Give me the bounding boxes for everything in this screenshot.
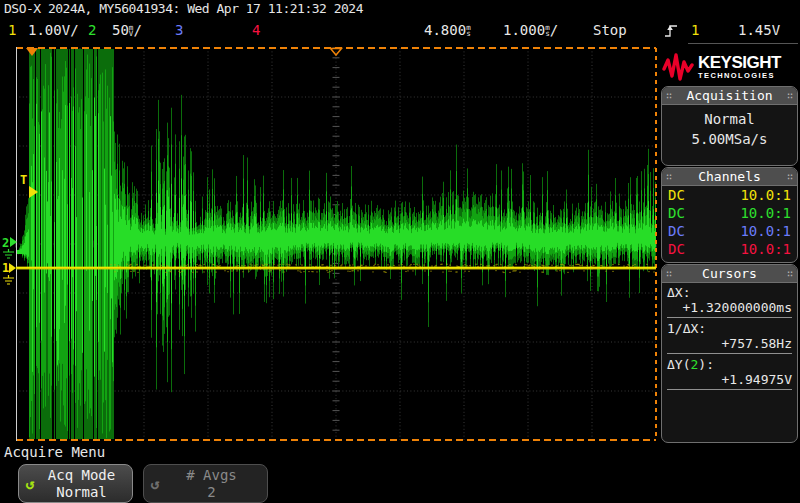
instrument-id-line: DSO-X 2024A, MY56041934: Wed Apr 17 11:2…: [4, 1, 363, 16]
softkey-label: # Avgs: [156, 467, 267, 484]
channel-row-4[interactable]: DC10.0:1: [662, 240, 797, 258]
softkey-value: Normal: [31, 484, 132, 501]
ch2-ground-icon: [3, 249, 14, 258]
marker-label: 2: [2, 236, 9, 250]
cursors-panel: ∷ Cursors ∷ ΔX: +1.320000000ms 1/ΔX: +75…: [661, 264, 798, 443]
sidebar: KEYSIGHT TECHNOLOGIES ∷ Acquisition ∷ No…: [660, 44, 799, 444]
cursors-panel-header[interactable]: ∷ Cursors ∷: [662, 265, 797, 283]
grip-icon: ∷: [666, 172, 672, 182]
logo-brand-text: KEYSIGHT: [698, 54, 781, 71]
channel-row-2[interactable]: DC10.0:1: [662, 204, 797, 222]
menu-title: Acquire Menu: [4, 444, 105, 460]
run-state-indicator: Stop: [593, 22, 627, 38]
acquisition-panel-header[interactable]: ∷ Acquisition ∷: [662, 87, 797, 105]
channel-row-3[interactable]: DC10.0:1: [662, 222, 797, 240]
waveform-display: T21: [0, 47, 658, 443]
divider: [667, 317, 792, 318]
ch2-number[interactable]: 2: [88, 22, 96, 38]
keysight-spark-icon: [662, 52, 696, 82]
cursors-title: Cursors: [702, 265, 757, 282]
sample-rate: 5.00MSa/s: [662, 129, 797, 149]
ch1-ground-icon: [3, 275, 14, 284]
ch1-scale[interactable]: 1.00V/: [28, 22, 79, 38]
channels-title: Channels: [698, 168, 761, 185]
acquisition-title: Acquisition: [686, 87, 772, 104]
trigger-edge-icon: [664, 23, 678, 41]
delta-y-value: +1.94975V: [667, 372, 792, 387]
channels-panel: ∷ Channels ∷ DC10.0:1 DC10.0:1 DC10.0:1 …: [661, 167, 798, 263]
grip-icon: ∷: [787, 172, 793, 182]
grip-icon: ∷: [787, 91, 793, 101]
ch4-number[interactable]: 4: [252, 22, 260, 38]
channel-row-1[interactable]: DC10.0:1: [662, 186, 797, 204]
softkey-num-avgs[interactable]: ↺ # Avgs 2: [143, 464, 268, 503]
status-bar: 1 1.00V/ 2 50mV/ 3 4 4.800ms 1.000ms/ St…: [0, 18, 800, 45]
grip-icon: ∷: [666, 91, 672, 101]
inverse-delta-x-label: 1/ΔX:: [667, 321, 792, 336]
oscilloscope-screen: DSO-X 2024A, MY56041934: Wed Apr 17 11:2…: [0, 0, 800, 503]
channels-panel-header[interactable]: ∷ Channels ∷: [662, 168, 797, 186]
softkey-acq-mode[interactable]: ↺ Acq Mode Normal: [18, 464, 133, 503]
trigger-source[interactable]: 1: [691, 22, 699, 38]
marker-label: T: [20, 173, 27, 187]
delta-y-label: ΔY(2):: [667, 357, 792, 372]
delta-x-value: +1.320000000ms: [667, 300, 792, 315]
keysight-logo: KEYSIGHT TECHNOLOGIES: [662, 47, 798, 87]
timebase-scale[interactable]: 1.000ms/: [503, 22, 558, 38]
softkey-value: 2: [156, 484, 267, 501]
ch1-trace-highlight: [16, 267, 656, 268]
divider: [667, 389, 792, 390]
horizontal-delay[interactable]: 4.800ms: [424, 22, 471, 38]
ch2-scale[interactable]: 50mV/: [112, 22, 142, 38]
grip-icon: ∷: [787, 269, 793, 279]
divider: [667, 353, 792, 354]
acquisition-panel: ∷ Acquisition ∷ Normal 5.00MSa/s: [661, 86, 798, 166]
grip-icon: ∷: [666, 269, 672, 279]
ch3-number[interactable]: 3: [175, 22, 183, 38]
inverse-delta-x-value: +757.58Hz: [667, 336, 792, 351]
ch1-number[interactable]: 1: [8, 22, 16, 38]
logo-sub-text: TECHNOLOGIES: [698, 71, 781, 80]
marker-label: 1: [2, 261, 9, 275]
ch1-position-marker-icon[interactable]: [9, 263, 16, 273]
trigger-level[interactable]: 1.45V: [738, 22, 780, 38]
softkey-label: Acq Mode: [31, 467, 132, 484]
delta-x-label: ΔX:: [667, 285, 792, 300]
acquisition-mode: Normal: [662, 109, 797, 129]
waveform-canvas: T21: [0, 47, 658, 443]
